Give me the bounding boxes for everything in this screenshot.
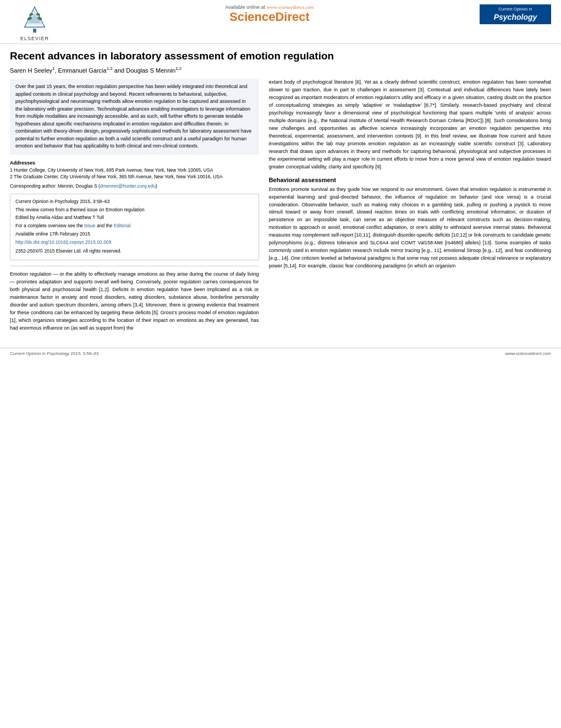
abstract-box: Over the past 15 years, the emotion regu… bbox=[10, 79, 259, 155]
corresponding-author: Corresponding author: Mennin, Douglas S … bbox=[10, 183, 259, 189]
header-center: Available online at www.sciencedirect.co… bbox=[59, 4, 480, 24]
author2-name: , Emmanuel Garcia bbox=[55, 67, 107, 73]
right-column: extant body of psychological literature … bbox=[269, 79, 551, 336]
badge-title: Current Opinion in bbox=[484, 7, 547, 12]
edited-by: Edited by Amelia Aldao and Matthew T Tul… bbox=[15, 214, 254, 221]
author1-name: Saren H Seeley bbox=[10, 67, 52, 73]
author3-sup: 1,2 bbox=[175, 66, 182, 71]
doi-row: http://dx.doi.org/10.1016/j.copsyc.2015.… bbox=[15, 239, 254, 246]
main-content: Recent advances in laboratory assessment… bbox=[0, 44, 561, 342]
email-link[interactable]: dmennin@hunter.cuny.edu bbox=[100, 183, 156, 189]
left-column: Over the past 15 years, the emotion regu… bbox=[10, 79, 259, 336]
issue-link[interactable]: Issue bbox=[84, 223, 95, 228]
sciencedirect-url[interactable]: www.sciencedirect.com bbox=[267, 4, 314, 10]
info-box: Current Opinion in Psychology 2015, 3:58… bbox=[10, 194, 259, 260]
elsevier-tree-icon bbox=[18, 4, 51, 35]
page-header: ELSEVIER Available online at www.science… bbox=[0, 0, 561, 44]
badge-journal: Psychology bbox=[484, 12, 547, 22]
two-column-layout: Over the past 15 years, the emotion regu… bbox=[10, 79, 551, 336]
copyright-text: 2352-250X/© 2015 Elsevier Ltd. All right… bbox=[15, 248, 254, 255]
address-1: 1 Hunter College, City University of New… bbox=[10, 167, 259, 173]
overview-row: For a complete overview see the Issue an… bbox=[15, 222, 254, 229]
footer-right: www.sciencedirect.com bbox=[505, 351, 551, 356]
author3-name: and Douglas S Mennin bbox=[113, 67, 175, 73]
elsevier-logo: ELSEVIER bbox=[10, 4, 59, 41]
body-paragraph-1: Emotion regulation — or the ability to e… bbox=[10, 271, 259, 332]
addresses-content: 1 Hunter College, City University of New… bbox=[10, 167, 259, 189]
journal-citation: Current Opinion in Psychology 2015, 3:58… bbox=[15, 198, 254, 205]
doi-link[interactable]: http://dx.doi.org/10.1016/j.copsyc.2015.… bbox=[15, 239, 111, 245]
footer-left: Current Opinion in Psychology 2015, 3:58… bbox=[10, 351, 98, 356]
behavioral-paragraph: Emotions promote survival as they guide … bbox=[269, 186, 551, 270]
abstract-text: Over the past 15 years, the emotion regu… bbox=[15, 83, 254, 150]
page-footer: Current Opinion in Psychology 2015, 3:58… bbox=[0, 348, 561, 359]
journal-badge: Current Opinion in Psychology bbox=[480, 4, 551, 24]
addresses-section: Addresses 1 Hunter College, City Univers… bbox=[10, 160, 259, 189]
author2-sup: 1,2 bbox=[107, 66, 113, 71]
article-title: Recent advances in laboratory assessment… bbox=[10, 50, 551, 63]
address-2: 2 The Graduate Center, City University o… bbox=[10, 173, 259, 180]
col-right-paragraph-1: extant body of psychological literature … bbox=[269, 79, 551, 171]
review-note: This review comes from a themed issue on… bbox=[15, 206, 254, 214]
section-divider bbox=[10, 266, 259, 266]
article-authors: Saren H Seeley1, Emmanuel Garcia1,2 and … bbox=[10, 66, 551, 74]
addresses-title: Addresses bbox=[10, 160, 259, 166]
editorial-link[interactable]: Editorial bbox=[114, 223, 131, 228]
elsevier-label: ELSEVIER bbox=[20, 36, 49, 41]
behavioral-assessment-heading: Behavioral assessment bbox=[269, 177, 551, 183]
available-online-date: Available online 17th February 2015 bbox=[15, 231, 254, 238]
available-online-text: Available online at www.sciencedirect.co… bbox=[59, 4, 480, 10]
svg-rect-0 bbox=[33, 29, 36, 32]
sciencedirect-logo: ScienceDirect bbox=[59, 10, 480, 24]
